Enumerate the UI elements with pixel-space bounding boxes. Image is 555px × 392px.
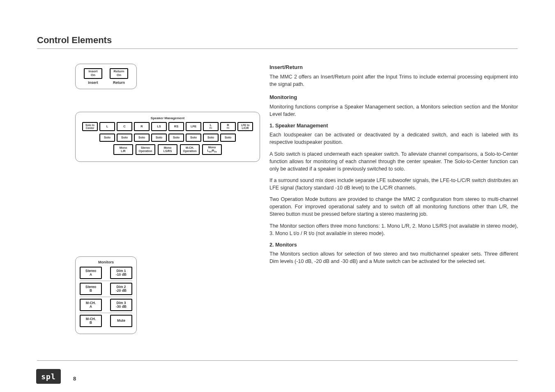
page-title: Control Elements — [37, 35, 112, 46]
label: On — [91, 74, 95, 77]
monitor-button[interactable]: M-CH.B — [80, 315, 102, 327]
monitor-row: M-CH.BMute — [80, 315, 132, 327]
mode-button[interactable]: MonoLS/RS — [158, 144, 177, 155]
body-text: Two Operation Mode buttons are provided … — [269, 196, 518, 218]
mode-button[interactable]: StereoOperation — [136, 144, 155, 155]
solo-button[interactable]: Solo — [168, 134, 184, 142]
heading-monitoring: Monitoring — [269, 94, 518, 101]
body-text: The Monitors section allows for selectio… — [269, 250, 518, 265]
speaker-management-title: Speaker Management — [80, 116, 256, 120]
monitor-button[interactable]: Mute — [110, 315, 132, 327]
speaker-button[interactable]: RS — [168, 122, 184, 131]
left-column: Insert On Return On Insert Return Speake… — [75, 64, 260, 334]
monitor-button[interactable]: StereoB — [80, 283, 102, 295]
speaker-button[interactable]: Rt/o — [220, 122, 236, 131]
solo-button[interactable]: Solo — [99, 134, 115, 142]
body-text: If a surround sound mix does include sep… — [269, 177, 518, 191]
speaker-button[interactable]: LFE — [186, 122, 201, 131]
solo-button[interactable]: Solo — [203, 134, 219, 142]
insert-on-button[interactable]: Insert On — [84, 68, 102, 79]
speaker-row-solo: SoloSoloSoloSoloSoloSoloSoloSolo — [80, 134, 256, 142]
monitors-panel: Monitors StereoADim 1-10 dBStereoBDim 2-… — [75, 256, 137, 334]
speaker-button[interactable]: R — [134, 122, 150, 131]
monitor-row: M-CH.ADim 3-30 dB — [80, 299, 132, 311]
solo-button[interactable]: Solo — [151, 134, 167, 142]
speaker-button[interactable]: Lt/o — [203, 122, 219, 131]
speaker-button[interactable]: LS — [151, 122, 167, 131]
mode-button[interactable]: M-CH.Operation — [180, 144, 200, 155]
page-number: 8 — [73, 376, 76, 382]
solo-button[interactable]: Solo — [134, 134, 150, 142]
return-label: Return — [110, 81, 128, 85]
spl-logo: spl — [36, 369, 61, 384]
mode-button[interactable]: MonoL/R — [113, 144, 133, 155]
solo-button[interactable]: Solo — [220, 134, 236, 142]
monitor-row: StereoBDim 2-20 dB — [80, 283, 132, 295]
speaker-button[interactable]: LFE toL/C/R — [237, 122, 253, 131]
subheading-speaker-management: 1. Speaker Management — [269, 122, 518, 129]
insert-return-panel: Insert On Return On Insert Return — [75, 64, 137, 89]
separator — [80, 281, 132, 281]
separator — [80, 313, 132, 313]
monitor-button[interactable]: Dim 2-20 dB — [110, 283, 132, 295]
insert-label: Insert — [84, 81, 102, 85]
speaker-row-1: Solo toCenterLCRLSRSLFELt/oRt/oLFE toL/C… — [80, 122, 256, 131]
label: On — [117, 74, 121, 77]
body-text: Each loudspeaker can be activated or dea… — [269, 131, 518, 146]
speaker-management-panel: Speaker Management Solo toCenterLCRLSRSL… — [75, 112, 260, 162]
speaker-row-modes: MonoL/RStereoOperationMonoLS/RSM-CH.Oper… — [80, 144, 256, 155]
heading-insert-return: Insert/Return — [269, 64, 518, 71]
solo-button[interactable]: Solo — [186, 134, 201, 142]
footer-rule — [37, 360, 518, 361]
subheading-monitors: 2. Monitors — [269, 241, 518, 249]
speaker-button[interactable]: L — [99, 122, 115, 131]
speaker-button[interactable]: C — [117, 122, 132, 131]
solo-button[interactable]: Solo — [117, 134, 132, 142]
monitor-button[interactable]: StereoA — [80, 267, 102, 279]
mode-button[interactable]: MonoLt/o/Rt/o — [202, 144, 222, 155]
separator — [80, 297, 132, 297]
body-text: Monitoring functions comprise a Speaker … — [269, 103, 518, 118]
speaker-button[interactable]: Solo toCenter — [82, 122, 98, 131]
title-rule — [37, 48, 518, 49]
return-on-button[interactable]: Return On — [110, 68, 128, 79]
monitors-title: Monitors — [80, 260, 132, 264]
monitor-button[interactable]: Dim 3-30 dB — [110, 299, 132, 311]
body-text: The MMC 2 offers an Insert/Return point … — [269, 73, 518, 88]
right-column: Insert/Return The MMC 2 offers an Insert… — [269, 64, 518, 269]
monitor-button[interactable]: M-CH.A — [80, 299, 102, 311]
monitor-button[interactable]: Dim 1-10 dB — [110, 267, 132, 279]
body-text: The Monitor section offers three mono fu… — [269, 222, 518, 237]
monitor-row: StereoADim 1-10 dB — [80, 267, 132, 279]
body-text: A Solo switch is placed underneath each … — [269, 150, 518, 173]
